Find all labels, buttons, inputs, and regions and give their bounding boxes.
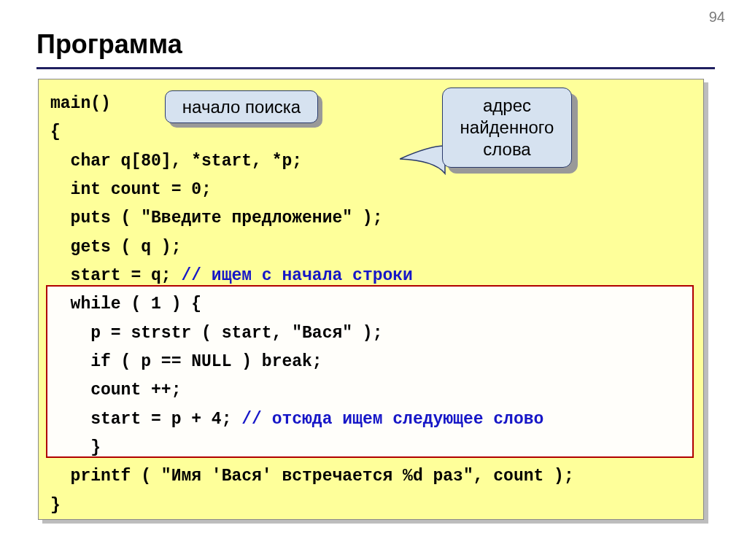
title-underline [36, 67, 715, 69]
callout-text: начало поиска [182, 97, 301, 117]
code-line: int count = 0; [50, 180, 212, 199]
code-line: main() [50, 94, 111, 113]
slide-title: Программа [36, 29, 182, 60]
code-line: } [50, 496, 61, 515]
code-line: puts ( "Введите предложение" ); [50, 209, 382, 228]
code-line: start = q; [50, 266, 181, 285]
code-line: printf ( "Имя 'Вася' встречается %d раз"… [50, 467, 574, 486]
code-comment: // ищем с начала строки [181, 266, 412, 285]
code-comment: // отсюда ищем следующее слово [241, 410, 543, 429]
page-number: 94 [709, 9, 725, 26]
code-line: { [50, 122, 61, 141]
code-listing: main() { char q[80], *start, *p; int cou… [50, 90, 692, 520]
code-line: if ( p == NULL ) break; [50, 352, 322, 371]
code-line: } [50, 438, 101, 457]
code-line: count ++; [50, 381, 181, 400]
code-line: char q[80], *start, *p; [50, 152, 302, 171]
callout-start-search: начало поиска [165, 90, 318, 123]
callout-text-line: слова [483, 139, 530, 159]
callout-found-address: адрес найденного слова [442, 88, 572, 168]
callout-text-line: найденного [460, 117, 554, 137]
code-line: p = strstr ( start, "Вася" ); [50, 324, 382, 343]
code-panel: main() { char q[80], *start, *p; int cou… [38, 79, 704, 520]
code-line: while ( 1 ) { [50, 295, 201, 314]
code-line: gets ( q ); [50, 238, 181, 257]
code-line: start = p + 4; [50, 410, 241, 429]
callout-text-line: адрес [483, 96, 531, 115]
